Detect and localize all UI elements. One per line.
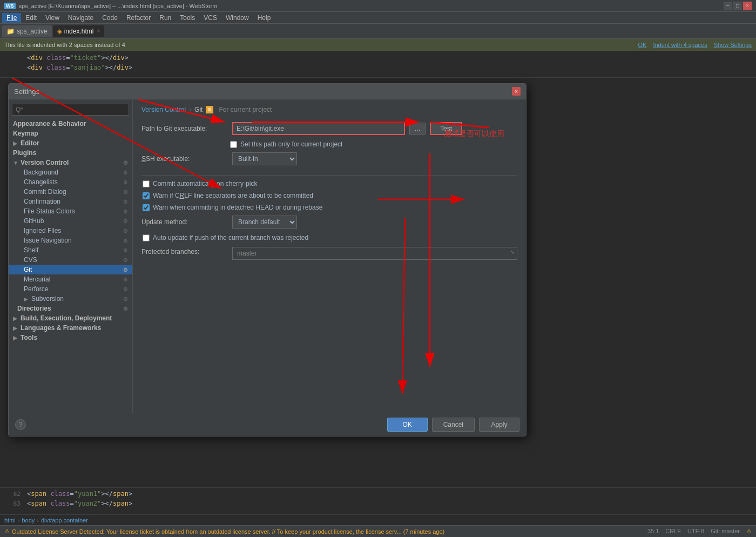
tree-item-keymap[interactable]: Keymap (9, 129, 132, 138)
tab-close-icon[interactable]: × (97, 28, 100, 34)
status-encoding[interactable]: UTF-8 (687, 528, 704, 535)
tree-item-confirmation[interactable]: Confirmation ⚙ (9, 197, 132, 206)
menu-edit[interactable]: Edit (21, 13, 41, 23)
ws-logo: WS (4, 3, 16, 9)
bc-div: div#app.container (41, 517, 88, 523)
chevron-down-icon: ▼ (13, 160, 18, 166)
git-path-input[interactable] (232, 122, 405, 135)
menu-tools[interactable]: Tools (176, 13, 199, 23)
warn-crlf-checkbox[interactable] (143, 192, 150, 199)
protected-branches-label: Protected branches: (141, 246, 228, 256)
tree-item-git[interactable]: Git ⚙ (9, 265, 132, 274)
notif-ok-link[interactable]: OK (638, 42, 646, 48)
gh-icon: ⚙ (123, 218, 128, 224)
menu-help[interactable]: Help (253, 13, 275, 23)
label: Keymap (13, 130, 38, 137)
ssh-select[interactable]: Built-in Native (232, 152, 297, 165)
label: Ignored Files (24, 227, 61, 234)
cancel-button[interactable]: Cancel (432, 418, 475, 432)
apply-button[interactable]: Apply (479, 418, 519, 432)
breadcrumb-vc[interactable]: Version Control (141, 106, 186, 113)
auto-update-label: Auto update if push of the current branc… (153, 234, 308, 241)
label: Subversion (31, 295, 64, 303)
tree-item-version-control[interactable]: ▼ Version Control ⚙ (9, 158, 132, 167)
tab-label: sps_active (17, 28, 48, 35)
notification-text: This file is indented with 2 spaces inst… (4, 42, 125, 48)
update-method-select[interactable]: Branch default Merge Rebase (232, 216, 297, 229)
minimize-button[interactable]: − (724, 2, 732, 10)
menu-code[interactable]: Code (98, 13, 122, 23)
maximize-button[interactable]: □ (733, 2, 742, 10)
tree-item-commit-dialog[interactable]: Commit Dialog ⚙ (9, 187, 132, 197)
menu-run[interactable]: Run (155, 13, 176, 23)
html-file-icon: ◈ (57, 28, 62, 35)
tree-item-github[interactable]: GitHub ⚙ (9, 216, 132, 226)
tree-item-mercurial[interactable]: Mercurial ⚙ (9, 274, 132, 284)
tree-item-editor[interactable]: ▶ Editor (9, 138, 132, 148)
tree-item-build[interactable]: ▶ Build, Execution, Deployment (9, 313, 132, 323)
tree-item-perforce[interactable]: Perforce ⚙ (9, 284, 132, 294)
menu-bar: File Edit View Navigate Code Refactor Ru… (0, 12, 756, 24)
dialog-close-button[interactable]: × (512, 87, 521, 96)
label: Issue Navigation (24, 237, 72, 244)
tree-item-cvs[interactable]: CVS ⚙ (9, 255, 132, 265)
tree-item-languages[interactable]: ▶ Languages & Frameworks (9, 323, 132, 333)
status-crlf[interactable]: CRLF (665, 528, 681, 535)
tree-item-changelists[interactable]: Changelists ⚙ (9, 177, 132, 187)
browse-button[interactable]: ... (409, 123, 426, 135)
menu-window[interactable]: Window (221, 13, 253, 23)
tree-item-appearance[interactable]: Appearance & Behavior (9, 119, 132, 129)
breadcrumb-bottom-bar: html › body › div#app.container (0, 514, 756, 525)
warn-detached-checkbox[interactable] (143, 204, 150, 211)
left-panel: Appearance & Behavior Keymap ▶ Editor Pl… (9, 99, 133, 413)
tab-sps-active[interactable]: 📁 sps_active (2, 25, 52, 37)
set-path-checkbox[interactable] (230, 141, 237, 148)
notif-indent-link[interactable]: Indent with 4 spaces (653, 42, 707, 48)
tab-label-html: index.html (64, 28, 94, 35)
label: CVS (24, 256, 37, 264)
expand-icon[interactable]: ⤡ (510, 249, 515, 255)
dialog-title: Settings (14, 88, 39, 96)
tab-index-html[interactable]: ◈ index.html × (53, 25, 105, 37)
tree-item-directories[interactable]: Directories ⚙ (9, 304, 132, 313)
cvs-icon: ⚙ (123, 257, 128, 263)
help-button[interactable]: ? (15, 419, 26, 430)
menu-navigate[interactable]: Navigate (64, 13, 98, 23)
menu-view[interactable]: View (41, 13, 64, 23)
tree-item-tools[interactable]: ▶ Tools (9, 333, 132, 343)
status-bar: ⚠ Outdated License Server Detected: Your… (0, 525, 756, 537)
cl-icon: ⚙ (123, 179, 128, 185)
tree-item-background[interactable]: Background ⚙ (9, 167, 132, 177)
ok-button[interactable]: OK (387, 418, 428, 432)
workspace: Settings × Appearance & Behavior Keymap (0, 78, 756, 512)
auto-update-checkbox[interactable] (143, 234, 150, 241)
close-button[interactable]: × (743, 2, 752, 10)
tree-item-ignored-files[interactable]: Ignored Files ⚙ (9, 226, 132, 236)
menu-refactor[interactable]: Refactor (122, 13, 155, 23)
warning-icon: ⚠ (4, 528, 10, 535)
tree-item-subversion[interactable]: ▶ Subversion ⚙ (9, 294, 132, 304)
tree-item-shelf[interactable]: Shelf ⚙ (9, 245, 132, 255)
tree-item-plugins[interactable]: Plugins (9, 148, 132, 158)
commit-auto-checkbox[interactable] (143, 180, 150, 187)
tab-bar: 📁 sps_active ◈ index.html × (0, 24, 756, 39)
breadcrumb-sep: › (189, 106, 191, 113)
dir-icon: ⚙ (123, 306, 128, 312)
label: Appearance & Behavior (13, 120, 86, 127)
bg-icon: ⚙ (123, 170, 128, 176)
breadcrumb-project: For current project (219, 106, 272, 113)
notif-settings-link[interactable]: Show Settings (714, 42, 752, 48)
menu-file[interactable]: File (2, 13, 21, 23)
chevron-right-icon: ▶ (13, 316, 18, 321)
sh-icon: ⚙ (123, 247, 128, 253)
label: Shelf (24, 246, 38, 254)
label: Git (24, 266, 32, 273)
right-panel: Version Control › Git ⚙ For current proj… (133, 99, 526, 413)
settings-search-input[interactable] (12, 104, 129, 116)
menu-vcs[interactable]: VCS (199, 13, 221, 23)
tree-item-file-status-colors[interactable]: File Status Colors ⚙ (9, 206, 132, 216)
if-icon: ⚙ (123, 228, 128, 234)
tree-item-issue-navigation[interactable]: Issue Navigation ⚙ (9, 236, 132, 245)
cd-icon: ⚙ (123, 189, 128, 195)
vc-icon: ⚙ (123, 160, 128, 166)
